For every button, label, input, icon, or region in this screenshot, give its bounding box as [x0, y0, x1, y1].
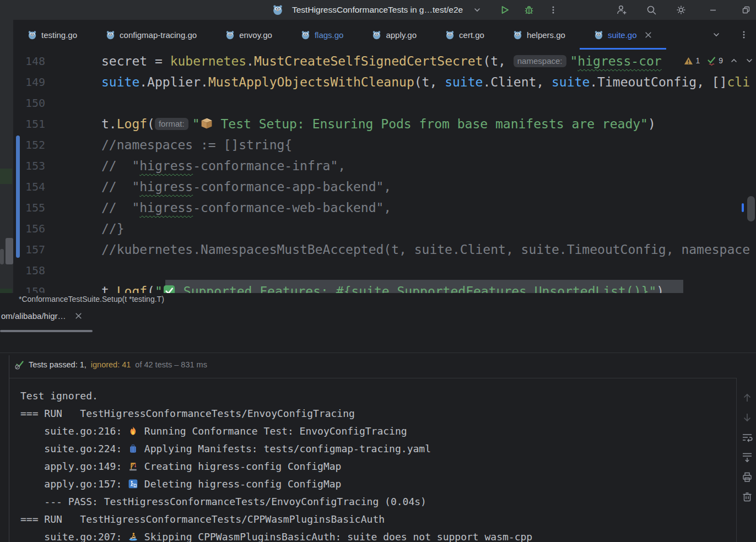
tool-window-tab[interactable]: om/alibaba/higr… [1, 311, 82, 321]
editor-tab-bar: testing.goconfigmap-tracing.goenvoy.gofl… [13, 20, 756, 50]
go-file-icon [225, 30, 235, 40]
tab-label: configmap-tracing.go [120, 30, 197, 40]
line-number[interactable]: 148 [13, 51, 45, 72]
go-file-icon [372, 30, 381, 40]
inlay-hint: namespace: [514, 55, 566, 67]
line-number[interactable]: 153 [13, 155, 45, 176]
add-user-icon[interactable] [615, 3, 628, 17]
strip-scroll-thumb[interactable] [6, 238, 13, 264]
code-line-149[interactable]: suite.Applier.MustApplyObjectsWithCleanu… [101, 72, 750, 93]
go-file-icon [301, 30, 310, 40]
line-number[interactable]: 159 [13, 281, 45, 293]
tabs-chevron-down-icon[interactable] [710, 28, 723, 41]
code-line-154[interactable]: // "higress-conformance-app-backend", [101, 176, 391, 197]
sticky-context-bar: *ConformanceTestSuite.Setup(t *testing.T… [0, 293, 756, 305]
kebab-menu-icon[interactable] [547, 3, 560, 17]
debug-icon[interactable] [522, 3, 536, 17]
scroll-down-icon[interactable] [741, 411, 753, 424]
line-number[interactable]: 154 [13, 176, 45, 197]
code-line-155[interactable]: // "higress-conformance-web-backend", [101, 197, 391, 218]
scroll-up-icon[interactable] [741, 392, 753, 404]
tab-label: testing.go [41, 30, 77, 40]
console-line[interactable]: apply.go:157: Deleting higress-config Co… [20, 475, 734, 493]
code-line-159[interactable]: t.Logf(" Supported Features: #{suite.Sup… [101, 281, 664, 293]
code-line-148[interactable]: secret = kubernetes.MustCreateSelfSigned… [101, 51, 662, 72]
inspections-widget[interactable]: 1 9 [678, 53, 754, 68]
panel-divider-left [9, 355, 9, 542]
print-icon[interactable] [741, 471, 753, 483]
line-number[interactable]: 158 [13, 260, 45, 281]
code-line-151[interactable]: t.Logf(format:" Test Setup: Ensuring Pod… [101, 113, 656, 134]
tool-window-tab-indicator [0, 330, 93, 332]
tab-cert-go[interactable]: cert.go [431, 20, 499, 50]
soft-wrap-icon[interactable] [741, 431, 753, 443]
console-line[interactable]: --- PASS: TestHigressConformanceTests/En… [20, 493, 734, 511]
go-file-icon [594, 30, 603, 40]
line-number[interactable]: 155 [13, 197, 45, 218]
line-number[interactable]: 152 [13, 134, 45, 155]
console-line[interactable]: suite.go:207: Skipping CPPWasmPluginsBas… [20, 528, 734, 542]
line-number[interactable]: 156 [13, 218, 45, 239]
code-line-157[interactable]: //kubernetes.NamespacesMustBeAccepted(t,… [101, 239, 750, 260]
code-line-153[interactable]: // "higress-conformance-infra", [101, 155, 345, 176]
go-file-icon [513, 30, 522, 40]
chevron-down-icon[interactable] [471, 3, 484, 17]
settings-icon[interactable] [674, 3, 688, 17]
tab-label: helpers.go [527, 30, 565, 40]
editor-scrollbar-thumb[interactable] [747, 196, 755, 221]
line-number[interactable]: 151 [13, 113, 45, 134]
typos-count[interactable]: 9 [706, 56, 723, 66]
warning-icon [684, 56, 693, 66]
go-gopher-icon [271, 3, 284, 17]
code-line-156[interactable]: //} [101, 218, 125, 239]
tab-close-icon[interactable] [645, 31, 652, 39]
tab-apply-go[interactable]: apply.go [358, 20, 431, 50]
strip-green-marker [0, 169, 12, 184]
line-number[interactable]: 157 [13, 239, 45, 260]
context-method-label[interactable]: *ConformanceTestSuite.Setup(t *testing.T… [19, 295, 164, 303]
warnings-count[interactable]: 1 [684, 56, 700, 66]
tab-flags-go[interactable]: flags.go [287, 20, 358, 50]
strip-scroll-thumb-2[interactable] [0, 249, 4, 264]
console-line[interactable]: Test ignored. [20, 387, 734, 405]
panel-divider-top [9, 378, 736, 378]
line-number[interactable]: 149 [13, 72, 45, 93]
code-line-152[interactable]: //namespaces := []string{ [101, 134, 292, 155]
run-tool-window: om/alibaba/higr… Tests passed: 1, ignore… [0, 305, 756, 542]
console-line[interactable]: === RUN TestHigressConformanceTests/Envo… [20, 405, 734, 422]
panel-divider-right [736, 378, 737, 542]
minimize-icon[interactable] [706, 3, 720, 17]
typo-check-icon [706, 56, 716, 66]
console-line[interactable]: === RUN TestHigressConformanceTests/CPPW… [20, 511, 734, 528]
tab-label: cert.go [459, 30, 484, 40]
line-number[interactable]: 150 [13, 93, 45, 113]
run-icon[interactable] [498, 3, 511, 17]
console-line[interactable]: apply.go:149: Creating higress-config Co… [20, 458, 734, 475]
tab-label: suite.go [608, 30, 637, 40]
next-problem-icon[interactable] [745, 56, 754, 65]
prev-problem-icon[interactable] [730, 56, 738, 65]
title-bar: TestHigressConformanceTests in g…test/e2… [0, 0, 756, 20]
console-output[interactable]: Test ignored.=== RUN TestHigressConforma… [20, 387, 734, 542]
tab-envoy-go[interactable]: envoy.go [211, 20, 287, 50]
clear-icon[interactable] [741, 491, 753, 503]
tabs-kebab-menu-icon[interactable] [737, 28, 750, 41]
tab-testing-go[interactable]: testing.go [13, 20, 91, 50]
run-configuration-title[interactable]: TestHigressConformanceTests in g…test/e2… [292, 5, 463, 15]
error-stripe-mark[interactable] [742, 203, 744, 212]
tab-label: apply.go [386, 30, 417, 40]
tab-helpers-go[interactable]: helpers.go [499, 20, 580, 50]
console-toolbar [738, 392, 756, 503]
scroll-to-end-icon[interactable] [741, 451, 753, 463]
code-editor[interactable]: 148149150151152153154155156157158159 sec… [13, 50, 756, 293]
tab-configmap-tracing-go[interactable]: configmap-tracing.go [91, 20, 211, 50]
console-line[interactable]: suite.go:216: Running Conformance Test: … [20, 422, 734, 440]
restore-icon[interactable] [739, 3, 753, 17]
tool-window-tab-label[interactable]: om/alibaba/higr… [1, 311, 66, 321]
tab-suite-go[interactable]: suite.go [580, 20, 666, 50]
search-icon[interactable] [645, 3, 658, 17]
tool-window-tab-close-icon[interactable] [75, 312, 82, 319]
console-line[interactable]: suite.go:224: Applying Manifests: tests/… [20, 440, 734, 458]
test-status-row: Tests passed: 1, ignored: 41 of 42 tests… [14, 360, 207, 370]
tab-label: flags.go [315, 30, 344, 40]
